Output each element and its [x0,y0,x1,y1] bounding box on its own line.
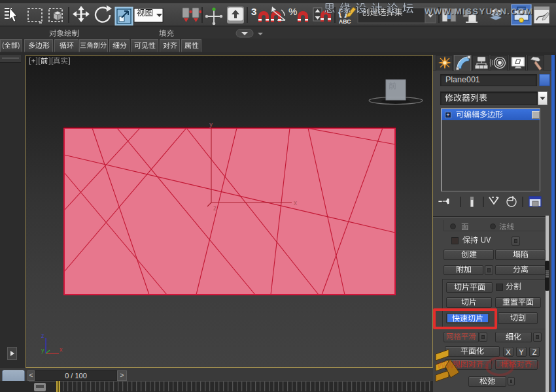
svg-text:3: 3 [251,6,256,17]
svg-text:z: z [41,333,44,339]
svg-text:%: % [288,6,297,17]
svg-text:y: y [209,121,213,128]
svg-text:y: y [41,347,44,353]
svg-text:x: x [60,346,63,353]
svg-text:x: x [294,199,297,206]
svg-text:ABC: ABC [339,18,351,25]
svg-text:z: z [213,204,217,212]
